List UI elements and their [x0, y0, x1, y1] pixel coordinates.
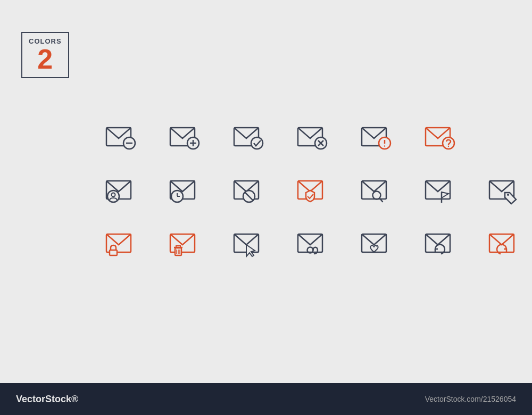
svg-point-16 — [384, 145, 385, 146]
mail-minus-icon — [98, 117, 146, 160]
mail-shield-icon — [290, 170, 338, 213]
svg-point-38 — [507, 194, 509, 196]
mail-exclamation-icon — [354, 117, 402, 160]
svg-point-19 — [448, 146, 449, 147]
mail-block-icon — [226, 170, 274, 213]
mail-tag-icon — [481, 170, 529, 213]
svg-rect-40 — [110, 250, 117, 255]
footer-logo-text: VectorStock — [16, 394, 71, 404]
mail-search-icon — [354, 170, 402, 213]
svg-marker-36 — [442, 192, 448, 198]
icons-row-2 — [98, 170, 529, 213]
mail-refresh2-icon — [481, 223, 529, 266]
footer-url: VectorStock.com/21526054 — [425, 395, 516, 403]
footer-registered: ® — [71, 394, 78, 404]
mail-flag-icon — [418, 170, 466, 213]
mail-heart-icon — [354, 223, 402, 266]
main-content: COLORS 2 — [0, 0, 532, 383]
mail-trash-icon — [162, 223, 210, 266]
colors-badge: COLORS 2 — [21, 32, 69, 78]
mail-refresh1-icon — [418, 223, 466, 266]
svg-point-8 — [251, 137, 263, 149]
icons-row-3 — [98, 223, 529, 266]
mail-at-icon — [290, 223, 338, 266]
mail-user-icon — [98, 170, 146, 213]
svg-marker-48 — [246, 245, 255, 256]
footer-logo: VectorStock® — [16, 394, 78, 405]
icons-grid — [88, 96, 532, 287]
mail-check-icon — [226, 117, 274, 160]
icons-row-1 — [98, 117, 529, 160]
colors-number: 2 — [29, 45, 62, 73]
mail-plus-icon — [162, 117, 210, 160]
svg-point-18 — [443, 137, 454, 149]
mail-clock-icon — [162, 170, 210, 213]
mail-x-icon — [290, 117, 338, 160]
mail-question-icon — [418, 117, 466, 160]
mail-lock-icon — [98, 223, 146, 266]
mail-cursor-icon — [226, 223, 274, 266]
footer: VectorStock® VectorStock.com/21526054 — [0, 383, 532, 415]
